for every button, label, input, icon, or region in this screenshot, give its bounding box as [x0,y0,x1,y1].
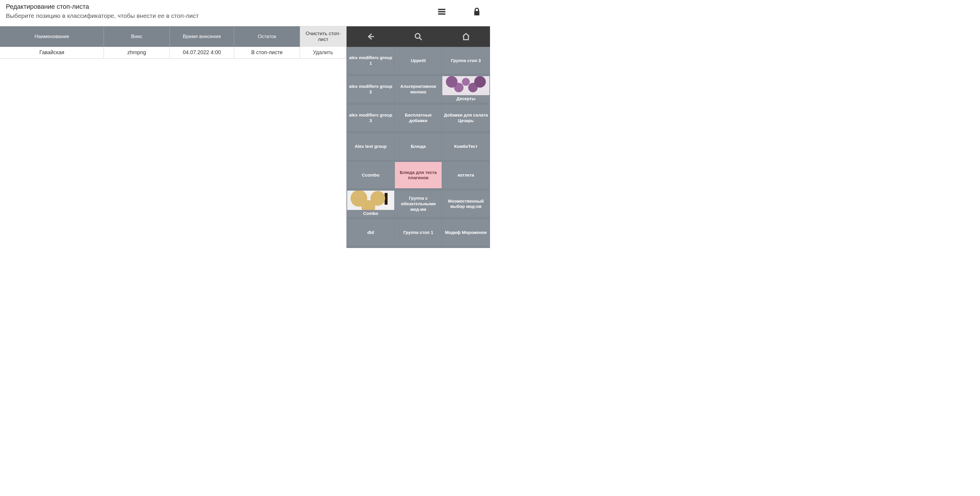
category-item[interactable]: Блюда [395,134,442,160]
category-label: Бесплатные добавки [396,112,441,124]
svg-rect-0 [438,9,445,10]
category-item[interactable]: Группа с обязательными мод-ми [395,191,442,217]
category-label: alex modifiers group 3 [348,112,393,124]
cell-stock: В стоп-листе [234,47,300,58]
svg-rect-1 [438,11,445,12]
category-label: Модиф Мороженое [445,230,487,235]
category-label: Группа с обязательными мод-ми [396,196,441,212]
category-item[interactable]: Uppetit [395,48,442,74]
lock-icon[interactable] [471,6,483,18]
category-item[interactable]: Блюда для теста плагинов [395,162,442,188]
category-item[interactable]: Группа стоп 3 [442,48,489,74]
svg-rect-2 [438,13,445,14]
delete-button[interactable]: Удалить [300,47,346,58]
dessert-image [442,76,489,95]
category-item[interactable]: котлета [442,162,489,188]
category-label: КомбоТест [454,144,478,149]
category-label: Ccombo [362,172,379,178]
table-header-row: Наименование Внес Время внесения Остаток… [0,26,346,47]
category-item[interactable]: Ccombo [347,162,394,188]
category-label: Добавки для салата Цезарь [444,112,488,124]
category-label: alex modifiers group 2 [348,84,393,95]
category-item[interactable]: Alex test group [347,134,394,160]
column-header-name: Наименование [0,26,104,47]
category-item[interactable]: alex modifiers group 2 [347,76,394,102]
back-icon[interactable] [347,26,394,47]
category-item[interactable]: dtd [347,219,394,246]
category-label: Десерты [442,95,489,102]
cell-time: 04.07.2022 4:00 [170,47,234,58]
category-label: Combo [347,210,394,217]
category-item[interactable]: Десерты [442,76,489,102]
category-label: Uppetit [410,58,426,64]
category-label: alex modifiers group 1 [348,55,393,66]
category-label: Группа стоп 3 [451,58,481,64]
column-header-time: Время внесения [170,26,234,47]
page-subtitle: Выберите позицию в классификаторе, чтобы… [6,12,199,19]
combo-image [347,191,394,210]
clear-stop-list-button[interactable]: Очистить стоп-лист [300,26,346,47]
category-label: Альтернативное молоко [396,84,441,95]
category-item[interactable]: alex modifiers group 3 [347,105,394,131]
category-item[interactable]: alex modifiers group 1 [347,48,394,74]
stop-list-table: Наименование Внес Время внесения Остаток… [0,26,347,248]
category-nav-bar [347,26,490,47]
category-item[interactable]: Альтернативное молоко [395,76,442,102]
category-item[interactable]: Бесплатные добавки [395,105,442,131]
search-icon[interactable] [394,26,442,47]
cell-user: zhmpng [104,47,170,58]
home-icon[interactable] [442,26,490,47]
column-header-user: Внес [104,26,170,47]
category-item[interactable]: Множественный выбор мод-ов [442,191,489,217]
category-item[interactable]: Combo [347,191,394,217]
page-header: Редактирование стоп-листа Выберите позиц… [0,0,490,26]
category-label: котлета [458,172,474,178]
category-label: Блюда [411,144,426,149]
category-label: Блюда для теста плагинов [396,170,441,181]
category-label: Множественный выбор мод-ов [444,199,488,210]
page-title: Редактирование стоп-листа [6,3,199,11]
category-label: Alex test group [355,144,387,149]
category-label: Группа стоп 1 [403,230,433,235]
category-panel: alex modifiers group 1UppetitГруппа стоп… [347,26,490,248]
table-row: Гавайскаяzhmpng04.07.2022 4:00В стоп-лис… [0,47,346,59]
menu-icon[interactable] [436,6,447,18]
category-item[interactable]: КомбоТест [442,134,489,160]
cell-name: Гавайская [0,47,104,58]
category-label: dtd [368,230,374,235]
category-item[interactable]: Модиф Мороженое [442,219,489,246]
category-item[interactable]: Группа стоп 1 [395,219,442,246]
column-header-stock: Остаток [234,26,300,47]
category-item[interactable]: Добавки для салата Цезарь [442,105,489,131]
svg-point-3 [415,33,420,38]
